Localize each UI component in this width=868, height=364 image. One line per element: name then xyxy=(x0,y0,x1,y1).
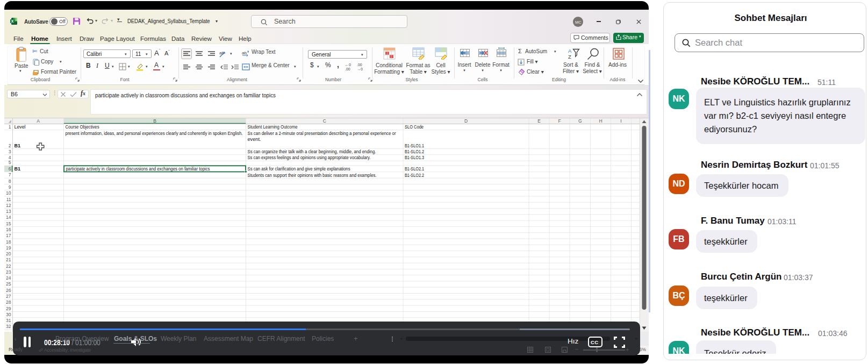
svg-text:20: 20 xyxy=(6,251,11,256)
svg-text:23: 23 xyxy=(6,269,11,275)
svg-text:8: 8 xyxy=(9,179,11,184)
svg-text:B: B xyxy=(153,118,156,124)
svg-text:27: 27 xyxy=(6,294,11,299)
svg-text:D: D xyxy=(464,118,468,124)
svg-text:ab: ab xyxy=(219,51,224,55)
svg-text:11: 11 xyxy=(6,197,11,202)
svg-text:6: 6 xyxy=(9,166,11,172)
svg-text:ab: ab xyxy=(242,51,247,55)
svg-text:22: 22 xyxy=(6,263,11,269)
svg-text:25: 25 xyxy=(6,281,11,287)
svg-text:B1-SLO1.2: B1-SLO1.2 xyxy=(405,149,424,154)
svg-text:Z: Z xyxy=(568,54,571,60)
svg-text:Level: Level xyxy=(15,124,26,130)
svg-text:Students can support their opi: Students can support their opinions with… xyxy=(248,173,377,178)
svg-text:2: 2 xyxy=(9,143,11,148)
svg-text:18: 18 xyxy=(6,239,11,245)
svg-text:31: 31 xyxy=(6,318,11,323)
svg-text:E: E xyxy=(537,118,541,124)
svg-text:G: G xyxy=(578,118,582,124)
svg-text:17: 17 xyxy=(6,233,11,238)
svg-text:A: A xyxy=(37,118,40,124)
svg-text:A: A xyxy=(568,48,572,54)
svg-text:21: 21 xyxy=(6,257,11,262)
svg-text:B1-SLO1.3: B1-SLO1.3 xyxy=(405,155,424,160)
svg-text:Course Objectives: Course Objectives xyxy=(66,124,99,130)
svg-text:H: H xyxy=(599,118,602,124)
svg-text:15: 15 xyxy=(6,221,11,226)
svg-text:5: 5 xyxy=(9,160,11,165)
svg-text:B1-SLO1.1: B1-SLO1.1 xyxy=(405,143,424,148)
svg-text:Student Learning Outcome: Student Learning Outcome xyxy=(248,124,298,130)
svg-text:24: 24 xyxy=(6,275,11,281)
svg-text:28: 28 xyxy=(6,299,11,305)
svg-text:10: 10 xyxy=(6,190,11,196)
svg-text:Ss can organize their talk wit: Ss can organize their talk with a clear … xyxy=(248,149,376,154)
svg-text:present information, ideas, an: present information, ideas, and personal… xyxy=(66,131,243,136)
svg-text:X: X xyxy=(11,19,14,23)
svg-text:participate actively in classr: participate actively in classroom discus… xyxy=(66,166,210,172)
svg-text:19: 19 xyxy=(6,245,11,251)
svg-text:1: 1 xyxy=(9,124,11,130)
svg-text:Ss can deliver a 2-minute oral: Ss can deliver a 2-minute oral presentat… xyxy=(248,131,396,136)
svg-text:9: 9 xyxy=(9,184,11,190)
svg-text:13: 13 xyxy=(6,209,11,214)
svg-text:event.: event. xyxy=(248,137,261,142)
svg-text:B1: B1 xyxy=(15,143,21,148)
svg-text:←0: ←0 xyxy=(345,63,351,67)
svg-text:30: 30 xyxy=(6,312,11,317)
svg-text:7: 7 xyxy=(9,172,11,177)
svg-text:.00: .00 xyxy=(357,63,362,67)
svg-text:F: F xyxy=(558,118,561,124)
svg-text:C: C xyxy=(323,118,326,124)
svg-text:B1-SLO2.2: B1-SLO2.2 xyxy=(405,173,424,178)
svg-text:I: I xyxy=(620,118,621,124)
svg-text:SLO Code: SLO Code xyxy=(405,124,424,130)
svg-text:Ss can ask for clarification a: Ss can ask for clarification and give si… xyxy=(248,166,350,172)
svg-text:Ss can express feelings and op: Ss can express feelings and opinions usi… xyxy=(248,155,371,160)
svg-text:29: 29 xyxy=(6,306,11,311)
svg-text:.00: .00 xyxy=(345,67,350,71)
svg-text:3: 3 xyxy=(9,149,11,154)
svg-text:14: 14 xyxy=(6,215,11,220)
svg-text:12: 12 xyxy=(6,203,11,208)
svg-text:32: 32 xyxy=(6,324,11,329)
svg-text:16: 16 xyxy=(6,227,11,232)
svg-text:B1-SLO2.1: B1-SLO2.1 xyxy=(405,166,424,172)
svg-text:→0: →0 xyxy=(357,67,363,71)
svg-text:B1: B1 xyxy=(15,166,21,172)
svg-text:26: 26 xyxy=(6,288,11,293)
